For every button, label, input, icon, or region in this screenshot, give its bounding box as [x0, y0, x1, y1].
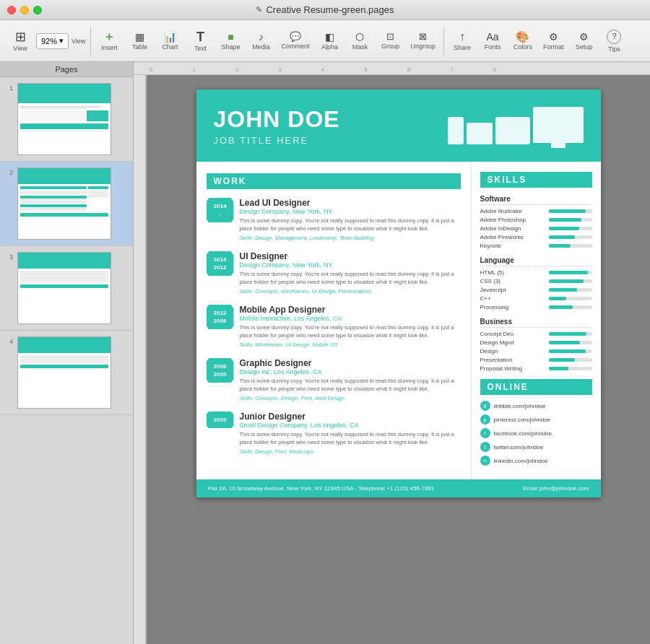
skill-illustrator: Adobe Illustrator	[480, 208, 592, 214]
business-skills: Business Concept Dev. Design Mgmt	[480, 318, 592, 372]
resume-job-title: JOB TITLE HERE	[214, 135, 340, 146]
mask-button[interactable]: ⬡ Mask	[345, 29, 374, 53]
skill-design: Design	[480, 348, 592, 354]
document-canvas: JOHN DOE JOB TITLE HERE	[147, 75, 650, 644]
year-badge-5: 2005	[207, 412, 234, 428]
shape-button[interactable]: ■ Shape	[216, 29, 245, 53]
facebook-icon: f	[480, 428, 490, 438]
work-entry-3: 20122008 Mobile App Designer Mobile Inte…	[207, 305, 461, 348]
year-badge-2: 20142012	[207, 251, 234, 276]
skill-javascript: Javascript	[480, 287, 592, 293]
work-entry-1: 2014- Lead UI Designer Design Company, N…	[207, 198, 461, 241]
skill-concept: Concept Dev.	[480, 331, 592, 337]
text-icon: T	[196, 30, 204, 43]
work-content-4: Graphic Designer Design Inc, Los Angeles…	[240, 358, 461, 401]
work-content-2: UI Designer Design Company, New York, NY…	[240, 251, 461, 295]
company-1: Design Company, New York, NY	[240, 208, 461, 215]
page-number-1: 1	[6, 83, 13, 92]
skill-photoshop: Adobe Photoshop	[480, 217, 592, 223]
pages-sidebar: Pages 1	[0, 62, 134, 644]
tips-icon: ?	[607, 30, 621, 44]
resume-footer: Flat 2A, 10 Broadway Avenue, New York, N…	[196, 479, 601, 497]
job-title-3: Mobile App Designer	[240, 305, 461, 315]
page-number-4: 4	[6, 336, 13, 345]
work-desc-3: This is some dummy copy. You're not real…	[240, 324, 461, 339]
table-icon: ▦	[135, 32, 144, 42]
online-facebook: f facebook.com/johndoe	[480, 428, 592, 438]
traffic-lights[interactable]	[7, 6, 42, 14]
ungroup-button[interactable]: ⊠ Ungroup	[406, 29, 440, 53]
insert-button[interactable]: ＋ Insert	[95, 28, 124, 54]
resume-header: JOHN DOE JOB TITLE HERE	[196, 90, 601, 162]
zoom-label: View	[72, 38, 85, 45]
work-desc-1: This is some dummy copy. You're not real…	[240, 217, 461, 232]
software-skills: Software Adobe Illustrator Adobe Photosh…	[480, 195, 592, 249]
header-devices	[448, 107, 584, 144]
year-badge-3: 20122008	[207, 305, 234, 329]
group-button[interactable]: ⊡ Group	[376, 29, 404, 53]
monitor-group	[533, 107, 584, 144]
work-entry-2: 20142012 UI Designer Design Company, New…	[207, 251, 461, 295]
skill-indesign: Adobe InDesign	[480, 225, 592, 232]
skill-proposal: Proposal Writing	[480, 365, 592, 372]
job-title-5: Junior Designer	[240, 412, 461, 422]
skills-section-header: SKILLS	[480, 172, 592, 188]
work-skills-1: Skills: Design, Management, Leadership, …	[240, 235, 461, 241]
page-thumb-3[interactable]: 3	[0, 246, 133, 331]
tips-button[interactable]: ? Tips	[599, 27, 628, 56]
separator-2	[443, 27, 444, 56]
work-skills-3: Skills: Wireframes, UI Design, Mobile OS	[240, 341, 461, 348]
resume-name: JOHN DOE	[214, 107, 340, 132]
media-button[interactable]: ♪ Media	[246, 29, 275, 53]
share-button[interactable]: ↑ Share	[448, 28, 477, 54]
work-skills-4: Skills: Concepts, Design, Print, Web Des…	[240, 395, 461, 401]
zoom-control[interactable]: 92% ▾	[36, 33, 69, 49]
text-button[interactable]: T Text	[186, 27, 214, 55]
document-icon: ✎	[256, 5, 262, 14]
separator-1	[90, 27, 91, 56]
close-button[interactable]	[7, 6, 16, 14]
online-pinterest: p pinterest.com/johndoe	[480, 414, 592, 425]
view-button[interactable]: ⊞ View	[6, 27, 35, 55]
format-button[interactable]: ⚙ Format	[539, 29, 568, 53]
ipad-device-icon	[495, 117, 530, 144]
skill-presentation: Presentation	[480, 357, 592, 363]
comment-icon: 💬	[290, 32, 301, 41]
skill-processing: Processing	[480, 304, 592, 310]
page-thumb-4[interactable]: 4	[0, 331, 133, 415]
maximize-button[interactable]	[33, 6, 42, 14]
business-category-title: Business	[480, 318, 592, 328]
work-desc-4: This is some dummy copy. You're not real…	[240, 378, 461, 393]
company-5: Small Design Company, Los Angeles, CA	[240, 422, 461, 429]
chart-icon: 📊	[164, 32, 176, 42]
setup-button[interactable]: ⚙ Setup	[569, 29, 598, 53]
software-category-title: Software	[480, 195, 592, 205]
group-icon: ⊡	[386, 32, 394, 41]
alpha-button[interactable]: ◧ Alpha	[315, 29, 344, 53]
online-dribble: d dribble.com/johndoe	[480, 401, 592, 411]
view-icon: ⊞	[15, 30, 26, 43]
chart-button[interactable]: 📊 Chart	[155, 29, 184, 53]
window-title: ✎ Creative Resume-green.pages	[256, 4, 394, 15]
mask-icon: ⬡	[355, 32, 364, 42]
pinterest-icon: p	[480, 414, 490, 425]
twitter-icon: t	[480, 442, 490, 452]
monitor-device-icon	[533, 107, 584, 143]
footer-address: Flat 2A, 10 Broadway Avenue, New York, N…	[208, 485, 435, 492]
page-preview-3	[17, 252, 111, 324]
format-icon: ⚙	[549, 32, 558, 42]
online-linkedin: in linkedin.com/johndoe	[480, 456, 592, 466]
skill-fireworks: Adobe Fireworks	[480, 234, 592, 240]
page-thumb-1[interactable]: 1	[0, 77, 133, 162]
comment-button[interactable]: 💬 Comment	[277, 29, 313, 53]
work-entry-5: 2005 Junior Designer Small Design Compan…	[207, 412, 461, 455]
table-button[interactable]: ▦ Table	[125, 29, 154, 53]
work-content-1: Lead UI Designer Design Company, New Yor…	[240, 198, 461, 241]
minimize-button[interactable]	[20, 6, 29, 14]
page-number-3: 3	[6, 252, 13, 261]
page-number-2: 2	[6, 167, 13, 176]
zoom-arrow: ▾	[59, 36, 64, 45]
colors-button[interactable]: 🎨 Colors	[508, 28, 537, 53]
fonts-button[interactable]: Aa Fonts	[478, 29, 507, 53]
page-thumb-2[interactable]: 2	[0, 162, 133, 246]
